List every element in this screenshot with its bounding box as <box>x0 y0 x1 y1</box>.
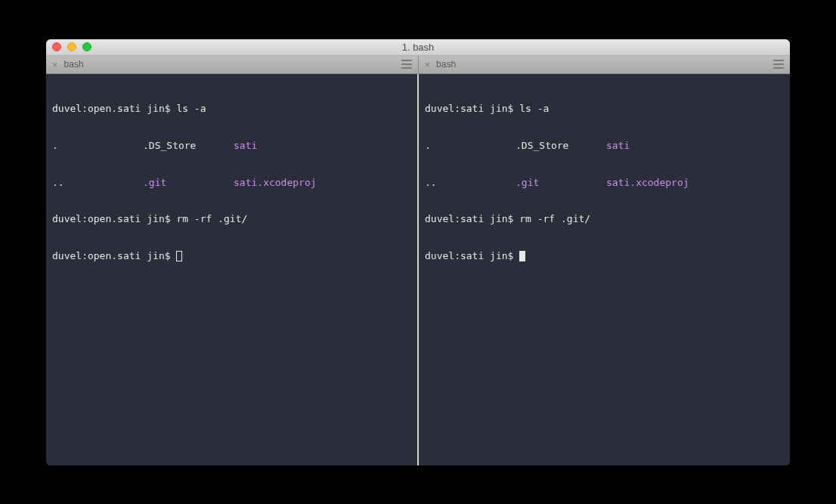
split-panes: duvel:open.sati jin$ ls -a ..DS_Storesat… <box>46 74 790 465</box>
window-title: 1. bash <box>46 42 790 53</box>
tab-bash-1[interactable]: × bash <box>46 56 419 73</box>
tabbar: × bash × bash <box>46 56 790 74</box>
ls-entry: sati.xcodeproj <box>234 177 339 189</box>
traffic-lights <box>46 42 91 51</box>
close-icon[interactable]: × <box>52 60 58 70</box>
minimize-icon[interactable] <box>67 42 76 51</box>
prompt: duvel:sati jin$ <box>425 213 519 224</box>
ls-entry: .. <box>425 177 516 189</box>
command: ls -a <box>176 103 206 114</box>
ls-entry: .DS_Store <box>143 140 234 152</box>
ls-entry: . <box>425 140 516 152</box>
close-icon[interactable] <box>52 42 61 51</box>
hamburger-icon[interactable] <box>401 60 412 69</box>
zoom-icon[interactable] <box>82 42 91 51</box>
terminal-window: 1. bash × bash × bash duvel:open.sati ji… <box>46 39 790 465</box>
cursor-icon <box>176 251 182 261</box>
command: rm -rf .git/ <box>176 213 247 224</box>
titlebar[interactable]: 1. bash <box>46 39 790 56</box>
terminal-pane-right[interactable]: duvel:sati jin$ ls -a ..DS_Storesati ...… <box>419 74 790 465</box>
close-icon[interactable]: × <box>425 60 431 70</box>
ls-entry: sati <box>234 140 339 152</box>
hamburger-icon[interactable] <box>773 60 784 69</box>
ls-entry: . <box>52 140 143 152</box>
command: rm -rf .git/ <box>519 213 590 224</box>
ls-entry: sati.xcodeproj <box>606 177 712 189</box>
prompt: duvel:sati jin$ <box>425 103 519 114</box>
ls-entry: .git <box>143 177 234 189</box>
terminal-pane-left[interactable]: duvel:open.sati jin$ ls -a ..DS_Storesat… <box>46 74 419 465</box>
command: ls -a <box>519 103 549 114</box>
ls-entry: .git <box>516 177 606 189</box>
ls-entry: .. <box>52 177 143 189</box>
prompt: duvel:open.sati jin$ <box>52 250 176 261</box>
cursor-icon <box>519 251 525 261</box>
tab-label: bash <box>436 59 456 70</box>
prompt: duvel:open.sati jin$ <box>52 103 176 114</box>
tab-label: bash <box>64 59 84 70</box>
tab-bash-2[interactable]: × bash <box>419 56 791 73</box>
ls-entry: sati <box>606 140 712 152</box>
ls-entry: .DS_Store <box>516 140 606 152</box>
prompt: duvel:open.sati jin$ <box>52 213 176 224</box>
prompt: duvel:sati jin$ <box>425 250 519 261</box>
